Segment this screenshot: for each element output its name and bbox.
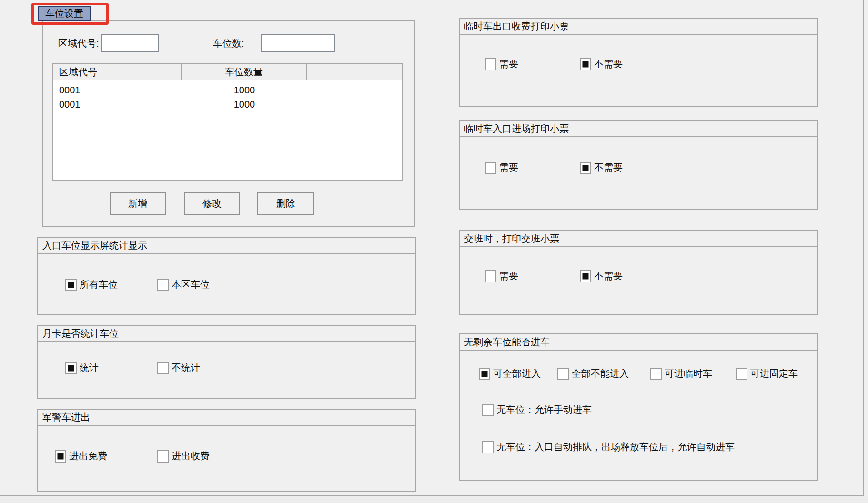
option-label: 全部不能进入 — [572, 367, 629, 380]
option-all-spaces: 所有车位 — [65, 278, 118, 291]
option-auto-queue-entry: 无车位：入口自动排队，出场释放车位后，允许自动进车 — [482, 441, 735, 453]
option-charged-inout: 进出收费 — [157, 450, 210, 463]
option-not-count: 不统计 — [157, 362, 200, 374]
option-need: 需要 — [485, 58, 518, 70]
checkbox-need[interactable] — [485, 162, 496, 174]
option-no-need: 不需要 — [580, 58, 623, 70]
option-label: 需要 — [499, 161, 518, 174]
checkbox-no-need[interactable] — [580, 58, 591, 70]
option-no-need: 不需要 — [580, 161, 623, 174]
checkbox-not-count[interactable] — [157, 362, 169, 374]
option-label: 需要 — [499, 270, 518, 282]
option-manual-entry: 无车位：允许手动进车 — [482, 403, 592, 416]
option-this-area-spaces: 本区车位 — [157, 278, 210, 291]
option-label: 所有车位 — [80, 278, 118, 291]
option-allow-temp: 可进临时车 — [650, 367, 712, 380]
group-title: 交班时，打印交班小票 — [460, 231, 817, 247]
group-title: 无剩余车位能否进车 — [460, 334, 817, 351]
checkbox-free-inout[interactable] — [55, 450, 66, 463]
parking-area-table: 区域代号 车位数量 0001 1000 0001 1000 — [52, 63, 403, 181]
checkbox-manual-entry[interactable] — [482, 404, 494, 416]
option-label: 可进临时车 — [665, 367, 712, 380]
space-count-label: 车位数: — [213, 37, 244, 50]
area-code-input[interactable] — [101, 34, 159, 52]
group-title: 临时车出口收费打印小票 — [460, 19, 817, 35]
checkbox-no-need[interactable] — [580, 162, 591, 174]
option-label: 不需要 — [594, 161, 623, 174]
option-label: 不需要 — [594, 270, 623, 282]
group-temp-exit-receipt: 临时车出口收费打印小票 需要 不需要 — [459, 18, 818, 107]
checkbox-count[interactable] — [65, 362, 77, 374]
option-need: 需要 — [485, 161, 518, 174]
cell-area-code: 0001 — [53, 83, 182, 97]
option-label: 统计 — [80, 362, 99, 374]
delete-button[interactable]: 删除 — [257, 192, 314, 215]
option-need: 需要 — [485, 270, 518, 282]
group-temp-entry-receipt: 临时车入口进场打印小票 需要 不需要 — [459, 120, 818, 210]
table-row[interactable]: 0001 1000 — [53, 83, 402, 97]
cell-space-count: 1000 — [182, 97, 307, 111]
option-allow-all: 可全部进入 — [479, 367, 541, 380]
annotation-highlight-box — [31, 3, 109, 25]
panel-right-edge — [863, 0, 864, 496]
group-title: 月卡是否统计车位 — [38, 326, 415, 342]
table-header-row: 区域代号 车位数量 — [53, 64, 402, 80]
table-body: 0001 1000 0001 1000 — [53, 80, 402, 180]
option-label: 不统计 — [172, 362, 200, 374]
option-free-inout: 进出免费 — [55, 450, 107, 463]
checkbox-allow-fixed[interactable] — [736, 368, 747, 380]
option-deny-all: 全部不能进入 — [557, 367, 629, 380]
option-label: 本区车位 — [172, 278, 210, 291]
checkbox-all-spaces[interactable] — [65, 279, 77, 291]
table-row[interactable]: 0001 1000 — [53, 97, 402, 111]
checkbox-need[interactable] — [485, 58, 496, 70]
group-title: 军警车进出 — [38, 410, 415, 426]
option-label: 不需要 — [594, 58, 623, 70]
area-code-label: 区域代号: — [58, 37, 99, 50]
group-monthly-card-count: 月卡是否统计车位 统计 不统计 — [37, 325, 416, 399]
checkbox-auto-queue-entry[interactable] — [482, 441, 494, 453]
option-no-need: 不需要 — [580, 270, 623, 282]
option-label: 进出免费 — [69, 450, 107, 463]
option-count: 统计 — [65, 362, 99, 374]
checkbox-allow-temp[interactable] — [650, 368, 662, 380]
table-header-space-count[interactable]: 车位数量 — [182, 64, 307, 80]
bottom-strip — [0, 496, 868, 503]
checkbox-deny-all[interactable] — [557, 368, 569, 380]
group-military-police-vehicles: 军警车进出 进出免费 进出收费 — [37, 409, 416, 492]
table-header-area-code[interactable]: 区域代号 — [53, 64, 182, 80]
table-header-empty[interactable] — [307, 64, 402, 80]
parking-form-groupbox: 区域代号: 车位数: 区域代号 车位数量 0001 1000 0001 1000… — [42, 20, 415, 227]
checkbox-allow-all[interactable] — [479, 368, 490, 380]
modify-button[interactable]: 修改 — [184, 192, 240, 215]
cell-area-code: 0001 — [53, 97, 182, 111]
group-shift-change-receipt: 交班时，打印交班小票 需要 不需要 — [459, 230, 818, 315]
space-count-input[interactable] — [261, 34, 335, 52]
checkbox-charged-inout[interactable] — [157, 450, 169, 463]
group-entrance-display-stats: 入口车位显示屏统计显示 所有车位 本区车位 — [37, 237, 416, 315]
checkbox-need[interactable] — [485, 270, 496, 282]
option-allow-fixed: 可进固定车 — [736, 367, 798, 380]
checkbox-this-area-spaces[interactable] — [157, 279, 169, 291]
group-title: 临时车入口进场打印小票 — [460, 121, 817, 137]
group-no-remaining-spaces: 无剩余车位能否进车 可全部进入 全部不能进入 可进临时车 可进固定车 无车位：允… — [459, 333, 818, 481]
option-label: 进出收费 — [172, 450, 210, 463]
option-label: 可全部进入 — [493, 367, 541, 380]
option-label: 需要 — [499, 58, 518, 70]
option-label: 无车位：允许手动进车 — [496, 403, 592, 416]
cell-space-count: 1000 — [182, 83, 307, 97]
checkbox-no-need[interactable] — [580, 270, 591, 282]
option-label: 可进固定车 — [750, 367, 798, 380]
option-label: 无车位：入口自动排队，出场释放车位后，允许自动进车 — [496, 441, 735, 453]
group-title: 入口车位显示屏统计显示 — [38, 238, 415, 254]
add-button[interactable]: 新增 — [110, 192, 166, 215]
